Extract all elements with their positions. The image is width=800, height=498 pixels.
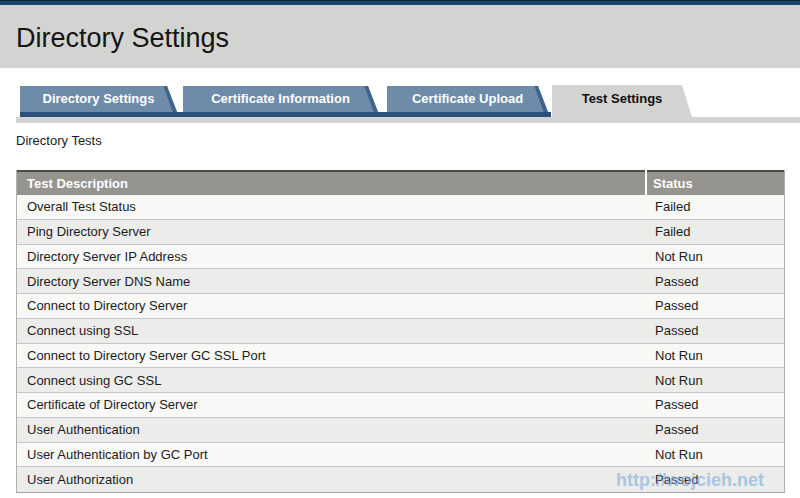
status-cell: Not Run [647, 373, 784, 388]
status-cell: Passed [647, 274, 784, 289]
table-row: Directory Server DNS Name Passed [17, 269, 784, 294]
test-description-cell: Ping Directory Server [17, 224, 647, 239]
table-row: User Authorization Passed [17, 467, 784, 492]
status-cell: Passed [647, 298, 784, 313]
table-row: Certificate of Directory Server Passed [17, 393, 784, 418]
tab-directory-settings[interactable]: Directory Settings [20, 86, 177, 112]
table-row: User Authentication by GC Port Not Run [17, 443, 784, 468]
table-row: User Authentication Passed [17, 418, 784, 443]
table-row: Connect to Directory Server Passed [17, 294, 784, 319]
page-header: Directory Settings [0, 5, 800, 68]
table-row: Connect using GC SSL Not Run [17, 368, 784, 393]
test-description-cell: Certificate of Directory Server [17, 397, 647, 412]
status-cell: Passed [647, 472, 784, 487]
tab-test-settings[interactable]: Test Settings [552, 85, 692, 117]
test-description-cell: Connect using GC SSL [17, 373, 647, 388]
table-header-row: Test Description Status [17, 170, 784, 195]
test-description-cell: Overall Test Status [17, 199, 647, 214]
test-description-cell: Directory Server IP Address [17, 249, 647, 264]
test-description-cell: User Authentication [17, 422, 647, 437]
page-title: Directory Settings [16, 5, 229, 68]
test-description-cell: Connect using SSL [17, 323, 647, 338]
test-description-cell: Connect to Directory Server [17, 298, 647, 313]
status-cell: Not Run [647, 348, 784, 363]
test-description-cell: Connect to Directory Server GC SSL Port [17, 348, 647, 363]
status-cell: Not Run [647, 249, 784, 264]
tab-certificate-information[interactable]: Certificate Information [183, 86, 378, 112]
status-cell: Not Run [647, 447, 784, 462]
table-row: Connect to Directory Server GC SSL Port … [17, 344, 784, 369]
section-label: Directory Tests [16, 133, 102, 148]
table-row: Overall Test Status Failed [17, 195, 784, 220]
table-row: Connect using SSL Passed [17, 319, 784, 344]
column-header-status: Status [647, 176, 784, 191]
status-cell: Failed [647, 224, 784, 239]
status-cell: Passed [647, 323, 784, 338]
test-description-cell: User Authentication by GC Port [17, 447, 647, 462]
table-row: Ping Directory Server Failed [17, 220, 784, 245]
directory-tests-table: Test Description Status Overall Test Sta… [16, 170, 785, 493]
table-row: Directory Server IP Address Not Run [17, 245, 784, 270]
tab-certificate-upload[interactable]: Certificate Upload [387, 86, 548, 112]
column-header-test-description: Test Description [17, 176, 645, 191]
status-cell: Passed [647, 397, 784, 412]
test-description-cell: User Authorization [17, 472, 647, 487]
status-cell: Passed [647, 422, 784, 437]
tab-bottom-strip [16, 117, 800, 123]
status-cell: Failed [647, 199, 784, 214]
test-description-cell: Directory Server DNS Name [17, 274, 647, 289]
